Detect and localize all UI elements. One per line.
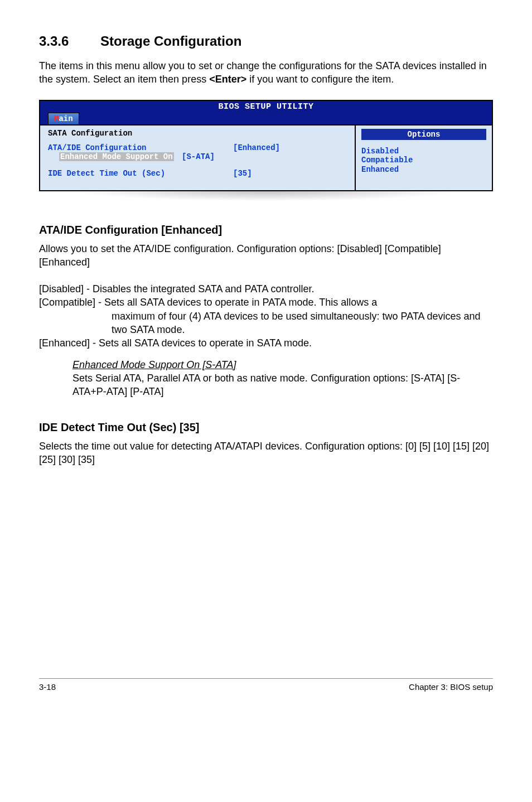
config-row-ide-timeout[interactable]: IDE Detect Time Out (Sec) [35] xyxy=(48,169,349,178)
bios-right-panel: Options Disabled Compatiable Enhanced xyxy=(355,125,492,190)
ide-label: IDE Detect Time Out (Sec) xyxy=(48,169,233,178)
enter-key: <Enter> xyxy=(209,74,246,85)
section-title: Storage Configuration xyxy=(100,33,241,49)
ide-timeout-body: Selects the time out value for detecting… xyxy=(39,439,493,467)
bios-utility-title: BIOS SETUP UTILITY xyxy=(40,102,492,112)
decorative-shadow xyxy=(39,190,493,206)
page-footer: 3-18 Chapter 3: BIOS setup xyxy=(39,678,493,692)
options-header: Options xyxy=(361,129,486,140)
config-row-enhanced-mode[interactable]: Enhanced Mode Support On [S-ATA] xyxy=(48,152,349,161)
intro-paragraph: The items in this menu allow you to set … xyxy=(39,59,493,86)
chapter-label: Chapter 3: BIOS setup xyxy=(409,682,493,692)
enh-label: Enhanced Mode Support On xyxy=(60,152,173,161)
opt-enhanced-desc: [Enhanced] - Sets all SATA devices to op… xyxy=(39,336,493,350)
panel-title: SATA Configuration xyxy=(48,129,349,138)
page-number: 3-18 xyxy=(39,682,56,692)
option-enhanced[interactable]: Enhanced xyxy=(361,165,486,175)
ata-config-heading: ATA/IDE Configuration [Enhanced] xyxy=(39,224,493,236)
ide-timeout-heading: IDE Detect Time Out (Sec) [35] xyxy=(39,421,493,434)
ata-config-desc: Allows you to set the ATA/IDE configurat… xyxy=(39,242,493,269)
enhanced-mode-sub: Enhanced Mode Support On [S-ATA] Sets Se… xyxy=(39,358,493,399)
ata-value: [Enhanced] xyxy=(233,143,280,152)
bios-header: BIOS SETUP UTILITY Main xyxy=(40,101,492,124)
bios-screenshot: BIOS SETUP UTILITY Main SATA Configurati… xyxy=(39,100,493,191)
bios-body: SATA Configuration ATA/IDE Configuration… xyxy=(40,124,492,190)
bios-left-panel: SATA Configuration ATA/IDE Configuration… xyxy=(40,125,355,190)
enhanced-mode-subheading: Enhanced Mode Support On [S-ATA] xyxy=(72,359,236,370)
ide-value: [35] xyxy=(233,169,252,178)
opt-compatible-lead: [Compatible] - Sets all SATA devices to … xyxy=(39,296,493,309)
bios-tab-main[interactable]: Main xyxy=(48,113,79,124)
intro-text-2: if you want to configure the item. xyxy=(246,74,394,85)
section-heading: 3.3.6Storage Configuration xyxy=(39,33,493,49)
config-row-ata[interactable]: ATA/IDE Configuration [Enhanced] xyxy=(48,143,349,152)
option-disabled[interactable]: Disabled xyxy=(361,147,486,156)
tab-label-rest: ain xyxy=(59,114,72,123)
config-options-list: [Disabled] - Disables the integrated SAT… xyxy=(39,282,493,350)
ata-label: ATA/IDE Configuration xyxy=(48,143,233,152)
section-number: 3.3.6 xyxy=(39,33,100,49)
enhanced-mode-body: Sets Serial ATA, Parallel ATA or both as… xyxy=(72,371,493,399)
option-compatible[interactable]: Compatiable xyxy=(361,156,486,165)
opt-compatible-cont: maximum of four (4) ATA devices to be us… xyxy=(112,310,493,337)
enh-value: [S-ATA] xyxy=(182,152,215,161)
opt-disabled-desc: [Disabled] - Disables the integrated SAT… xyxy=(39,282,493,296)
